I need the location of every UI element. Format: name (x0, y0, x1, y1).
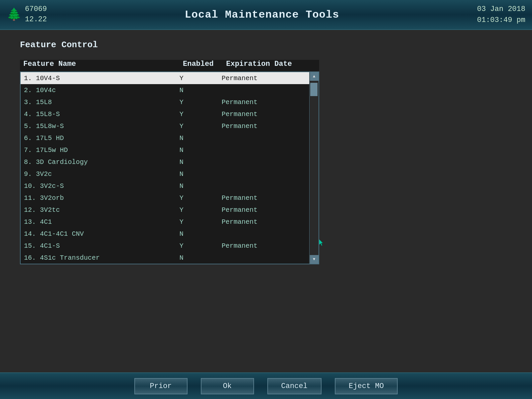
main-content: Feature Control Feature Name Enabled Exp… (0, 30, 532, 372)
feature-expiration-cell: Permanent (222, 122, 306, 130)
feature-expiration-cell: Permanent (222, 206, 306, 214)
feature-expiration-cell: Permanent (222, 242, 306, 250)
page-title: Feature Control (20, 40, 512, 50)
feature-name-cell: 11. 3V2orb (24, 194, 180, 202)
feature-list-wrapper: 1. 10V4-SYPermanent2. 10V4cN3. 15L8YPerm… (20, 71, 319, 264)
column-headers: Feature Name Enabled Expiration Date (20, 60, 319, 71)
feature-enabled-cell: Y (180, 194, 222, 202)
current-date: 03 Jan 2018 (477, 4, 525, 15)
table-row[interactable]: 11. 3V2orbYPermanent (21, 192, 309, 204)
feature-enabled-cell: N (180, 170, 222, 178)
feature-enabled-cell: N (180, 146, 222, 154)
feature-list[interactable]: 1. 10V4-SYPermanent2. 10V4cN3. 15L8YPerm… (21, 72, 309, 264)
bottom-bar: Prior Ok Cancel Eject MO (0, 372, 532, 399)
ok-button[interactable]: Ok (201, 378, 254, 394)
feature-enabled-cell: N (180, 254, 222, 262)
feature-name-cell: 2. 10V4c (24, 86, 180, 94)
table-row[interactable]: 4. 15L8-SYPermanent (21, 108, 309, 120)
feature-name-cell: 8. 3D Cardiology (24, 158, 180, 166)
table-row[interactable]: 2. 10V4cN (21, 84, 309, 96)
scroll-up-arrow[interactable]: ▲ (310, 72, 319, 81)
prior-button[interactable]: Prior (134, 378, 188, 394)
table-row[interactable]: 7. 17L5w HDN (21, 144, 309, 156)
feature-name-cell: 1. 10V4-S (24, 74, 180, 82)
datetime: 03 Jan 2018 01:03:49 pm (477, 4, 525, 26)
app-title: Local Maintenance Tools (185, 9, 339, 21)
app-logo-icon: 🌲 (7, 7, 22, 22)
feature-expiration-cell: Permanent (222, 218, 306, 226)
eject-mo-button[interactable]: Eject MO (335, 378, 398, 394)
feature-enabled-cell: N (180, 134, 222, 142)
feature-enabled-cell: N (180, 158, 222, 166)
table-row[interactable]: 13. 4C1YPermanent (21, 216, 309, 228)
feature-name-cell: 14. 4C1-4C1 CNV (24, 230, 180, 238)
feature-enabled-cell: Y (180, 110, 222, 118)
feature-enabled-cell: N (180, 230, 222, 238)
feature-name-cell: 5. 15L8w-S (24, 122, 180, 130)
feature-enabled-cell: Y (180, 122, 222, 130)
scroll-down-arrow[interactable]: ▼ (310, 255, 319, 264)
feature-enabled-cell: Y (180, 98, 222, 106)
table-row[interactable]: 16. 4S1c TransducerN (21, 252, 309, 264)
feature-name-cell: 10. 3V2c-S (24, 182, 180, 190)
feature-name-cell: 9. 3V2c (24, 170, 180, 178)
table-row[interactable]: 6. 17L5 HDN (21, 132, 309, 144)
system-version: 12.22 (25, 15, 47, 25)
feature-name-cell: 6. 17L5 HD (24, 134, 180, 142)
system-id: 67069 (25, 4, 47, 15)
feature-name-cell: 4. 15L8-S (24, 110, 180, 118)
table-row[interactable]: 1. 10V4-SYPermanent (21, 72, 309, 84)
col-header-expiration: Expiration Date (226, 60, 313, 68)
feature-expiration-cell: Permanent (222, 194, 306, 202)
scrollbar[interactable]: ▲ ▼ (309, 72, 319, 264)
table-row[interactable]: 12. 3V2tcYPermanent (21, 204, 309, 216)
col-header-enabled: Enabled (183, 60, 226, 68)
feature-name-cell: 3. 15L8 (24, 98, 180, 106)
logo-area: 🌲 67069 12.22 (7, 4, 47, 25)
scroll-track[interactable] (310, 81, 319, 255)
table-row[interactable]: 9. 3V2cN (21, 168, 309, 180)
feature-name-cell: 15. 4C1-S (24, 242, 180, 250)
feature-expiration-cell: Permanent (222, 110, 306, 118)
system-info: 67069 12.22 (25, 4, 47, 25)
title-bar: 🌲 67069 12.22 Local Maintenance Tools 03… (0, 0, 532, 30)
scroll-thumb[interactable] (310, 83, 318, 96)
table-row[interactable]: 15. 4C1-SYPermanent (21, 240, 309, 252)
feature-name-cell: 13. 4C1 (24, 218, 180, 226)
feature-table: Feature Name Enabled Expiration Date 1. … (20, 60, 319, 264)
feature-enabled-cell: Y (180, 206, 222, 214)
feature-expiration-cell: Permanent (222, 74, 306, 82)
feature-name-cell: 7. 17L5w HD (24, 146, 180, 154)
current-time: 01:03:49 pm (477, 15, 525, 26)
table-row[interactable]: 3. 15L8YPermanent (21, 96, 309, 108)
table-row[interactable]: 5. 15L8w-SYPermanent (21, 120, 309, 132)
feature-expiration-cell: Permanent (222, 98, 306, 106)
feature-name-cell: 12. 3V2tc (24, 206, 180, 214)
feature-name-cell: 16. 4S1c Transducer (24, 254, 180, 262)
col-header-feature-name: Feature Name (23, 60, 183, 68)
feature-enabled-cell: Y (180, 74, 222, 82)
feature-enabled-cell: Y (180, 218, 222, 226)
feature-enabled-cell: Y (180, 242, 222, 250)
table-row[interactable]: 14. 4C1-4C1 CNVN (21, 228, 309, 240)
feature-enabled-cell: N (180, 86, 222, 94)
feature-enabled-cell: N (180, 182, 222, 190)
table-row[interactable]: 10. 3V2c-SN (21, 180, 309, 192)
table-row[interactable]: 8. 3D CardiologyN (21, 156, 309, 168)
cancel-button[interactable]: Cancel (267, 378, 322, 394)
